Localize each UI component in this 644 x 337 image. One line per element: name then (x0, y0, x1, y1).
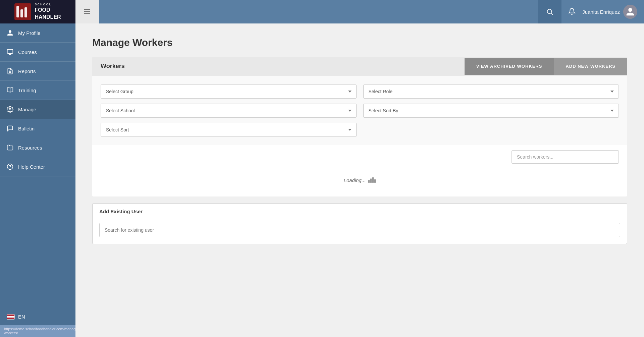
group-select[interactable]: Select Group (101, 85, 357, 99)
avatar (623, 5, 637, 19)
sidebar-item-manage[interactable]: Manage (0, 100, 75, 119)
language-label: EN (18, 314, 25, 320)
loading-bar-2 (370, 178, 372, 183)
notification-button[interactable] (568, 8, 576, 16)
filters-area: Select Group Select Role Select School (92, 76, 627, 145)
loading-bar-4 (374, 179, 376, 183)
avatar-icon (626, 7, 635, 16)
content-area: Manage Workers Workers VIEW ARCHIVED WOR… (75, 23, 644, 337)
flag-icon (7, 314, 15, 320)
sidebar-label-courses: Courses (18, 49, 37, 55)
user-info: Juanita Enriquez (582, 5, 637, 19)
sidebar-item-training[interactable]: Training (0, 81, 75, 100)
school-select[interactable]: Select School (101, 104, 357, 118)
logo-handler: HANDLER (35, 14, 61, 21)
search-icon (546, 8, 553, 15)
group-select-wrapper: Select Group (101, 85, 357, 99)
search-workers-input[interactable] (512, 150, 619, 164)
user-icon (7, 30, 13, 36)
logo-food: FOOD (35, 7, 61, 14)
svg-point-7 (547, 9, 552, 14)
filter-row-2: Select School Select Sort By (101, 104, 619, 118)
language-selector[interactable]: EN (0, 308, 75, 325)
role-select-wrapper: Select Role (363, 85, 619, 99)
sidebar-item-resources[interactable]: Resources (0, 138, 75, 157)
loading-area: Loading... (92, 164, 627, 196)
loading-bar-3 (372, 177, 374, 183)
hamburger-button[interactable] (75, 0, 99, 23)
user-name: Juanita Enriquez (582, 9, 620, 15)
manage-icon (7, 106, 13, 113)
reports-icon (7, 68, 13, 74)
url-bar: https://demo.schoolfoodhandler.com/manag… (0, 325, 75, 337)
school-select-wrapper: Select School (101, 104, 357, 118)
bell-icon (568, 8, 576, 15)
sidebar-label-bulletin: Bulletin (18, 126, 35, 131)
bulletin-icon (7, 125, 13, 132)
role-select[interactable]: Select Role (363, 85, 619, 99)
resources-icon (7, 144, 13, 151)
add-user-body (93, 216, 627, 244)
svg-line-8 (551, 13, 553, 15)
filter-row-3: Select Sort (101, 123, 619, 137)
sidebar-item-bulletin[interactable]: Bulletin (0, 119, 75, 138)
sidebar-item-courses[interactable]: Courses (0, 43, 75, 62)
logo-school: SCHOOL (35, 3, 61, 7)
loading-bar-1 (368, 180, 370, 183)
sidebar-label-training: Training (18, 88, 36, 93)
svg-rect-3 (24, 7, 27, 17)
add-existing-user-card: Add Existing User (92, 203, 627, 244)
url-text: https://demo.schoolfoodhandler.com/manag… (4, 327, 75, 335)
sidebar-item-my-profile[interactable]: My Profile (0, 23, 75, 43)
logo-text: SCHOOL FOOD HANDLER (35, 3, 61, 20)
workers-label: Workers (92, 57, 465, 76)
sidebar-item-reports[interactable]: Reports (0, 62, 75, 81)
logo-icon (14, 3, 31, 20)
add-new-workers-button[interactable]: ADD NEW WORKERS (554, 58, 627, 75)
nav-spacer (0, 176, 75, 308)
filter-row-1: Select Group Select Role (101, 85, 619, 99)
sidebar-label-manage: Manage (18, 107, 36, 112)
add-user-legend: Add Existing User (93, 204, 627, 216)
search-button[interactable] (538, 0, 561, 23)
courses-icon (7, 49, 13, 55)
page-title: Manage Workers (92, 37, 627, 48)
sort-select[interactable]: Select Sort (101, 123, 357, 137)
workers-card: Workers VIEW ARCHIVED WORKERS ADD NEW WO… (92, 57, 627, 196)
sidebar: My Profile Courses Reports (0, 23, 75, 337)
sort-select-wrapper: Select Sort (101, 123, 357, 137)
logo-area: SCHOOL FOOD HANDLER (0, 0, 75, 23)
sidebar-label-my-profile: My Profile (18, 30, 41, 36)
sidebar-label-resources: Resources (18, 145, 42, 151)
svg-rect-9 (7, 50, 13, 54)
svg-rect-1 (16, 6, 19, 17)
view-archived-button[interactable]: VIEW ARCHIVED WORKERS (465, 58, 554, 75)
existing-user-search-input[interactable] (99, 223, 620, 237)
svg-rect-2 (20, 9, 23, 17)
help-icon (7, 163, 13, 170)
loading-text: Loading... (344, 177, 366, 183)
header-right: Juanita Enriquez (561, 5, 644, 19)
workers-card-header: Workers VIEW ARCHIVED WORKERS ADD NEW WO… (92, 57, 627, 76)
main-container: My Profile Courses Reports (0, 23, 644, 337)
sort-by-select[interactable]: Select Sort By (363, 104, 619, 118)
hamburger-icon (83, 8, 91, 16)
search-area (92, 145, 627, 164)
sidebar-label-help-center: Help Center (18, 164, 45, 170)
sidebar-label-reports: Reports (18, 68, 36, 74)
training-icon (7, 87, 13, 94)
loading-bars (368, 177, 376, 183)
sort-by-select-wrapper: Select Sort By (363, 104, 619, 118)
app-header: SCHOOL FOOD HANDLER Juanita Enriquez (0, 0, 644, 23)
sidebar-item-help-center[interactable]: Help Center (0, 157, 75, 176)
svg-point-12 (9, 109, 11, 110)
